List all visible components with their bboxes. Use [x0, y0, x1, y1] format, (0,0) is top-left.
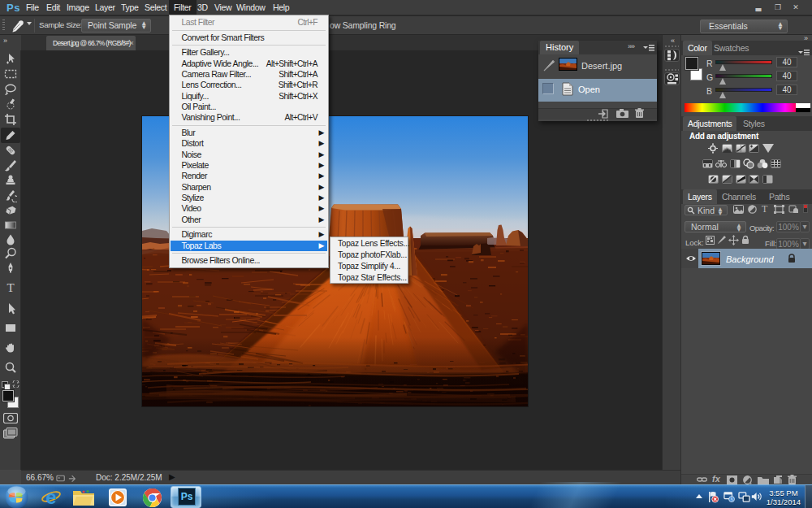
- svg-text:T: T: [6, 281, 14, 294]
- svg-text:e: e: [45, 488, 56, 507]
